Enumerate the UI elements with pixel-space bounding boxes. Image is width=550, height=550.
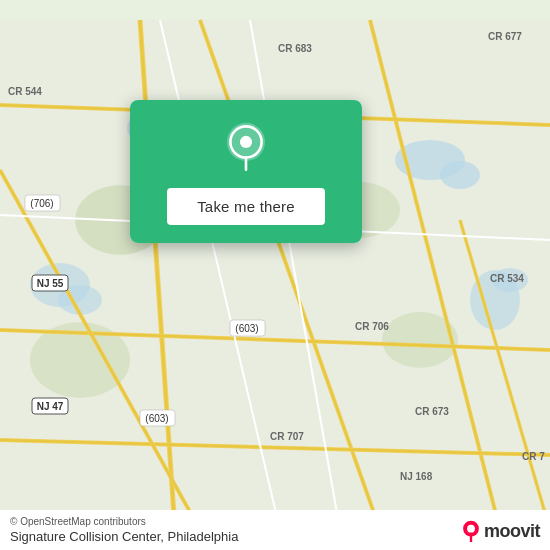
destination-card: Take me there — [130, 100, 362, 243]
svg-text:CR 707: CR 707 — [270, 431, 304, 442]
svg-text:(603): (603) — [235, 323, 258, 334]
svg-text:NJ 55: NJ 55 — [37, 278, 64, 289]
svg-text:(706): (706) — [30, 198, 53, 209]
moovit-brand-text: moovit — [484, 521, 540, 542]
svg-text:(603): (603) — [145, 413, 168, 424]
svg-point-53 — [240, 136, 252, 148]
svg-text:CR 683: CR 683 — [278, 43, 312, 54]
svg-text:CR 677: CR 677 — [488, 31, 522, 42]
take-me-there-button[interactable]: Take me there — [167, 188, 325, 225]
svg-text:CR 7: CR 7 — [522, 451, 545, 462]
svg-text:NJ 168: NJ 168 — [400, 471, 433, 482]
map-container: CR 677 CR 683 CR 544 (706) NJ 55 CR 534 … — [0, 0, 550, 550]
svg-text:CR 544: CR 544 — [8, 86, 42, 97]
svg-text:CR 706: CR 706 — [355, 321, 389, 332]
svg-text:NJ 47: NJ 47 — [37, 401, 64, 412]
moovit-pin-icon — [460, 520, 482, 542]
svg-point-55 — [467, 525, 475, 533]
location-pin-icon — [220, 122, 272, 174]
svg-text:CR 534: CR 534 — [490, 273, 524, 284]
svg-text:CR 673: CR 673 — [415, 406, 449, 417]
map-background: CR 677 CR 683 CR 544 (706) NJ 55 CR 534 … — [0, 0, 550, 550]
svg-point-4 — [440, 161, 480, 189]
card-header: Take me there — [130, 100, 362, 243]
moovit-logo: moovit — [460, 520, 540, 542]
